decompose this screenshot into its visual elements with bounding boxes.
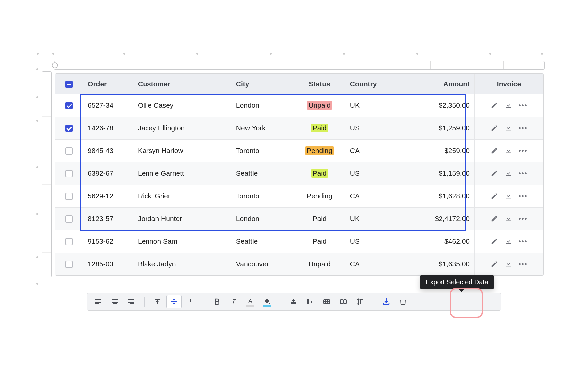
cell-order[interactable]: 5629-12 [83,185,133,207]
align-right-button[interactable] [124,295,139,308]
edit-icon[interactable] [491,215,498,222]
cell-country[interactable]: CA [345,139,404,162]
row-checkbox[interactable] [65,215,73,223]
more-icon[interactable]: ••• [519,215,528,223]
cell-status[interactable]: Pending [294,185,345,207]
download-icon[interactable] [505,260,512,268]
cell-order[interactable]: 6392-67 [83,162,133,185]
cell-country[interactable]: US [345,230,404,253]
cell-amount[interactable]: $1,628.00 [404,185,474,207]
cell-customer[interactable]: Blake Jadyn [133,253,231,275]
download-icon[interactable] [505,215,512,222]
column-header-country[interactable]: Country [345,74,404,94]
cell-status[interactable]: Unpaid [294,253,345,275]
cell-city[interactable]: Toronto [231,139,294,162]
column-header-amount[interactable]: Amount [404,74,474,94]
row-height-button[interactable] [352,295,368,308]
cell-customer[interactable]: Jordan Hunter [133,207,231,230]
cell-customer[interactable]: Ollie Casey [133,94,231,117]
cell-customer[interactable]: Jacey Ellington [133,117,231,139]
cell-customer[interactable]: Lennie Garnett [133,162,231,185]
bold-button[interactable] [209,295,225,308]
select-all-checkbox[interactable] [65,81,73,88]
fill-color-button[interactable] [259,295,275,308]
cell-status[interactable]: Unpaid [294,94,345,117]
split-cells-button[interactable] [336,295,351,308]
cell-country[interactable]: US [345,162,404,185]
insert-column-right-button[interactable] [302,295,318,308]
cell-order[interactable]: 6527-34 [83,94,133,117]
valign-bottom-button[interactable] [183,295,198,308]
cell-status[interactable]: Pending [294,139,345,162]
edit-icon[interactable] [491,124,498,132]
valign-middle-button[interactable] [166,295,182,308]
column-header-city[interactable]: City [231,74,294,94]
cell-country[interactable]: US [345,117,404,139]
merge-cells-button[interactable] [319,295,334,308]
cell-status[interactable]: Paid [294,230,345,253]
cell-status[interactable]: Paid [294,117,345,139]
cell-order[interactable]: 1426-78 [83,117,133,139]
cell-city[interactable]: London [231,207,294,230]
download-icon[interactable] [505,238,512,245]
column-header-customer[interactable]: Customer [133,74,231,94]
edit-icon[interactable] [491,102,498,109]
cell-amount[interactable]: $2,350.00 [404,94,474,117]
download-icon[interactable] [505,170,512,177]
cell-amount[interactable]: $1,159.00 [404,162,474,185]
cell-city[interactable]: Vancouver [231,253,294,275]
align-center-button[interactable] [107,295,122,308]
row-checkbox[interactable] [65,125,73,132]
cell-city[interactable]: Seattle [231,162,294,185]
cell-customer[interactable]: Ricki Grier [133,185,231,207]
download-icon[interactable] [505,124,512,132]
cell-amount[interactable]: $1,635.00 [404,253,474,275]
cell-city[interactable]: Toronto [231,185,294,207]
cell-amount[interactable]: $462.00 [404,230,474,253]
italic-button[interactable] [226,295,241,308]
cell-customer[interactable]: Karsyn Harlow [133,139,231,162]
download-icon[interactable] [505,192,512,200]
cell-country[interactable]: UK [345,94,404,117]
row-checkbox[interactable] [65,193,73,200]
text-color-button[interactable] [243,295,258,308]
download-icon[interactable] [505,102,512,109]
more-icon[interactable]: ••• [519,102,528,109]
more-icon[interactable]: ••• [519,124,528,132]
column-header-status[interactable]: Status [294,74,345,94]
more-icon[interactable]: ••• [519,192,528,200]
edit-icon[interactable] [491,147,498,154]
row-checkbox[interactable] [65,102,73,109]
cell-status[interactable]: Paid [294,162,345,185]
row-checkbox[interactable] [65,170,73,177]
cell-city[interactable]: Seattle [231,230,294,253]
cell-amount[interactable]: $1,259.00 [404,117,474,139]
row-checkbox[interactable] [65,261,73,268]
edit-icon[interactable] [491,260,498,268]
column-header-invoice[interactable]: Invoice [475,74,543,94]
valign-top-button[interactable] [150,295,165,308]
cell-city[interactable]: London [231,94,294,117]
cell-city[interactable]: New York [231,117,294,139]
cell-amount[interactable]: $2,4172.00 [404,207,474,230]
export-selected-button[interactable] [379,295,394,308]
more-icon[interactable]: ••• [519,260,528,268]
cell-status[interactable]: Paid [294,207,345,230]
row-checkbox[interactable] [65,147,73,155]
align-left-button[interactable] [90,295,106,308]
edit-icon[interactable] [491,170,498,177]
edit-icon[interactable] [491,238,498,245]
column-header-order[interactable]: Order [83,74,133,94]
cell-order[interactable]: 1285-03 [83,253,133,275]
cell-country[interactable]: CA [345,253,404,275]
more-icon[interactable]: ••• [519,170,528,177]
download-icon[interactable] [505,147,512,154]
cell-order[interactable]: 9153-62 [83,230,133,253]
row-checkbox[interactable] [65,238,73,245]
row-header-strip[interactable] [42,71,52,277]
cell-order[interactable]: 8123-57 [83,207,133,230]
cell-order[interactable]: 9845-43 [83,139,133,162]
cell-country[interactable]: UK [345,207,404,230]
cell-amount[interactable]: $259.00 [404,139,474,162]
insert-row-above-button[interactable] [286,295,301,308]
